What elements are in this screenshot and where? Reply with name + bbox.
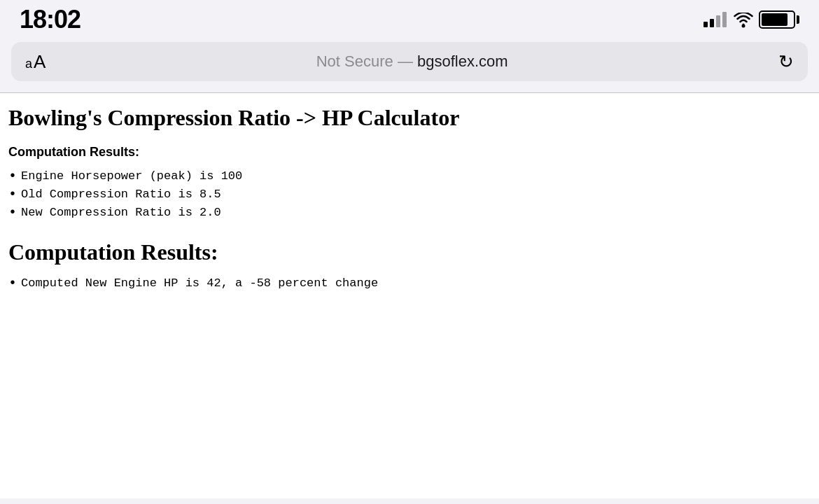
section-2: Computation Results: Computed New Engine…	[8, 239, 811, 290]
signal-bar-2	[710, 19, 714, 27]
list-item: New Compression Ratio is 2.0	[8, 206, 811, 220]
browser-toolbar: a A Not Secure — bgsoflex.com ↻	[0, 36, 819, 92]
wifi-icon	[734, 13, 752, 27]
results-list-1: Engine Horsepower (peak) is 100 Old Comp…	[8, 169, 811, 220]
section-1: Computation Results: Engine Horsepower (…	[8, 145, 811, 220]
font-small-label[interactable]: a	[25, 57, 32, 71]
signal-bar-3	[716, 15, 720, 27]
computed-result: Computed New Engine HP is 42, a -58 perc…	[8, 276, 811, 290]
page-title: Bowling's Compression Ratio -> HP Calcul…	[8, 104, 811, 131]
address-bar[interactable]: a A Not Secure — bgsoflex.com ↻	[11, 42, 808, 81]
status-bar: 18:02	[0, 0, 819, 36]
font-size-control[interactable]: a A	[25, 51, 46, 73]
svg-point-0	[742, 24, 746, 28]
battery-icon	[759, 10, 799, 29]
battery-tip	[797, 15, 799, 24]
list-item: Engine Horsepower (peak) is 100	[8, 169, 811, 183]
font-large-label[interactable]: A	[34, 51, 46, 73]
domain-label: bgsoflex.com	[417, 52, 508, 70]
reload-button[interactable]: ↻	[778, 51, 794, 73]
status-time: 18:02	[20, 5, 80, 34]
list-item: Old Compression Ratio is 8.5	[8, 188, 811, 202]
not-secure-label: Not Secure —	[316, 52, 417, 70]
battery-fill	[762, 13, 788, 26]
section-2-heading: Computation Results:	[8, 239, 811, 265]
signal-bar-4	[722, 12, 727, 27]
main-content: Bowling's Compression Ratio -> HP Calcul…	[0, 93, 819, 498]
signal-bar-1	[704, 22, 708, 27]
signal-icon	[704, 12, 727, 27]
url-display[interactable]: Not Secure — bgsoflex.com	[46, 52, 778, 71]
status-icons	[704, 10, 799, 29]
section-1-heading: Computation Results:	[8, 145, 811, 160]
